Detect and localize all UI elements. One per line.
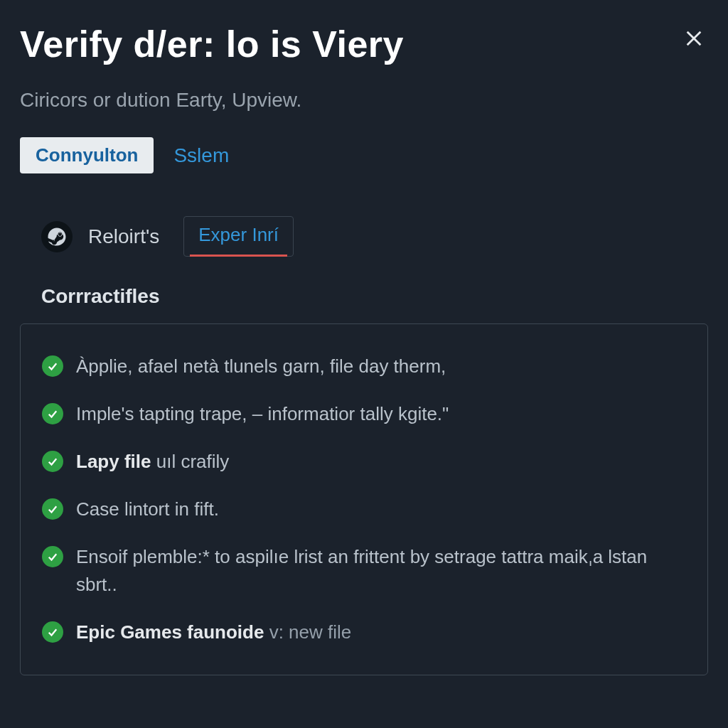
list-item: Ensoif plemble:* to aspilıe lrist an fri… [38,533,690,609]
list-item-text: Lapy file uıl crafily [76,448,229,476]
list-item-text: Ensoif plemble:* to aspilıe lrist an fri… [76,543,686,599]
secondary-action-row: Reloirt's Exper Inrí [41,216,708,257]
list-item: Imple's tapting trape, – informatior tal… [38,390,690,438]
dialog-header: Verify d/er: lo is Viery [20,24,708,65]
list-item-text: Imple's tapting trape, – informatior tal… [76,400,449,428]
close-button[interactable] [680,24,708,53]
check-icon [42,498,63,520]
check-icon [42,451,63,472]
list-item: Lapy file uıl crafily [38,438,690,486]
list-item: Epic Games faunoide v: new file [38,609,690,656]
check-icon [42,355,63,377]
list-item-text: Àpplie, afael netà tlunels garn, file da… [76,353,446,380]
steam-badge [41,221,73,252]
list-item: Case lintort in fift. [38,486,690,533]
connyulton-button[interactable]: Connyulton [20,137,154,173]
dialog-title: Verify d/er: lo is Viery [20,24,404,65]
list-item-text: Epic Games faunoide v: new file [76,619,351,646]
primary-action-row: Connyulton Sslem [20,137,708,173]
check-list-panel: Àpplie, afael netà tlunels garn, file da… [20,323,708,675]
close-icon [684,28,704,48]
section-heading: Corrractifles [41,285,708,308]
list-item-text: Case lintort in fift. [76,496,219,523]
sslem-link[interactable]: Sslem [173,144,229,167]
exper-inri-button[interactable]: Exper Inrí [183,216,294,257]
list-item: Àpplie, afael netà tlunels garn, file da… [38,343,690,390]
reloirts-label: Reloirt's [88,225,159,248]
check-icon [42,621,63,643]
check-icon [42,546,63,567]
steam-icon [46,226,68,247]
check-icon [42,403,63,424]
dialog-subtitle: Ciricors or dution Earty, Upview. [20,89,708,112]
dialog: Verify d/er: lo is Viery Ciricors or dut… [0,0,728,728]
